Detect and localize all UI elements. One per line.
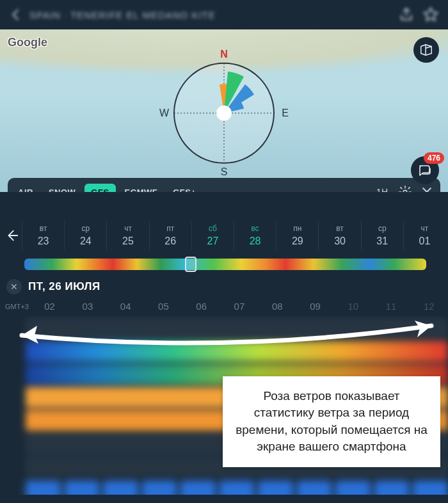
model-gfs-plus[interactable]: GFS+ bbox=[166, 184, 202, 193]
topbar: SPAIN · TENERIFE EL MEDANO KITE bbox=[0, 0, 448, 29]
hour-cell[interactable]: 03 bbox=[68, 301, 106, 312]
model-air[interactable]: AIR bbox=[12, 184, 40, 193]
model-snow[interactable]: SNOW bbox=[42, 184, 82, 193]
date-back-icon[interactable] bbox=[3, 228, 22, 243]
model-ecmwf[interactable]: ECMWF bbox=[118, 184, 164, 193]
timeline[interactable] bbox=[24, 259, 426, 270]
date-cell[interactable]: вт23 bbox=[22, 221, 64, 250]
hour-cell[interactable]: 10 bbox=[334, 301, 372, 312]
hour-cell[interactable]: 08 bbox=[259, 301, 296, 312]
hour-cell[interactable]: 12 bbox=[410, 301, 448, 312]
refresh-rate[interactable]: 1H bbox=[371, 187, 393, 192]
date-cell[interactable]: сб27 bbox=[191, 221, 234, 250]
share-icon[interactable] bbox=[398, 6, 415, 23]
page-title: SPAIN · TENERIFE EL MEDANO KITE bbox=[29, 10, 390, 20]
close-icon[interactable] bbox=[417, 182, 436, 192]
compass-e: E bbox=[282, 108, 289, 119]
map-attribution: Google bbox=[8, 36, 47, 49]
svg-point-3 bbox=[216, 106, 232, 121]
chat-count-badge: 476 bbox=[424, 152, 444, 164]
hour-cell[interactable]: 09 bbox=[296, 301, 334, 312]
timezone-label: GMT+3 bbox=[5, 303, 31, 310]
star-icon[interactable] bbox=[422, 6, 439, 23]
svg-point-4 bbox=[403, 190, 407, 192]
compass-n: N bbox=[220, 49, 228, 60]
hour-row: GMT+3 0203040506070809101112 bbox=[0, 299, 448, 315]
wind-rose: N E S W bbox=[163, 52, 285, 174]
detail-header: ✕ ПТ, 26 ИЮЛЯ bbox=[0, 270, 448, 299]
date-cell[interactable]: чт01 bbox=[403, 221, 445, 250]
model-gfs[interactable]: GFS bbox=[84, 184, 115, 193]
table-row bbox=[26, 481, 448, 495]
date-cell[interactable]: ср31 bbox=[361, 221, 403, 250]
gear-icon[interactable] bbox=[396, 182, 415, 192]
compass-w: W bbox=[159, 108, 169, 119]
close-detail-icon[interactable]: ✕ bbox=[6, 279, 22, 294]
hour-cell[interactable]: 04 bbox=[107, 301, 145, 312]
hour-cell[interactable]: 07 bbox=[220, 301, 258, 312]
detail-date: ПТ, 26 ИЮЛЯ bbox=[28, 280, 100, 293]
hours-list[interactable]: 0203040506070809101112 bbox=[31, 301, 448, 312]
map[interactable]: Google N E S W 476 AIR SNOW bbox=[0, 29, 448, 192]
hour-cell[interactable]: 11 bbox=[372, 301, 410, 312]
table-row bbox=[26, 318, 448, 339]
compass-s: S bbox=[221, 166, 228, 178]
hour-cell[interactable]: 02 bbox=[31, 301, 68, 312]
date-list[interactable]: вт23ср24чт25пт26сб27вс28пн29вт30ср31чт01 bbox=[22, 221, 445, 250]
date-cell[interactable]: пн29 bbox=[276, 221, 318, 250]
hour-cell[interactable]: 05 bbox=[145, 301, 182, 312]
callout-text: Роза ветров показывает статистику ветра … bbox=[236, 389, 428, 454]
date-cell[interactable]: пт26 bbox=[149, 221, 191, 250]
date-cell[interactable]: вс28 bbox=[234, 221, 276, 250]
map-layers-button[interactable] bbox=[413, 37, 439, 63]
date-cell[interactable]: вт30 bbox=[318, 221, 360, 250]
date-cell[interactable]: чт25 bbox=[106, 221, 148, 250]
table-row bbox=[26, 341, 448, 362]
date-cell[interactable]: ср24 bbox=[64, 221, 106, 250]
timeline-handle[interactable] bbox=[185, 257, 196, 272]
date-strip: вт23ср24чт25пт26сб27вс28пн29вт30ср31чт01 bbox=[0, 212, 448, 259]
model-bar: AIR SNOW GFS ECMWF GFS+ 1H bbox=[8, 178, 440, 192]
back-icon[interactable] bbox=[9, 8, 23, 22]
tooltip-callout: Роза ветров показывает статистику ветра … bbox=[223, 376, 440, 467]
hour-cell[interactable]: 06 bbox=[182, 301, 220, 312]
